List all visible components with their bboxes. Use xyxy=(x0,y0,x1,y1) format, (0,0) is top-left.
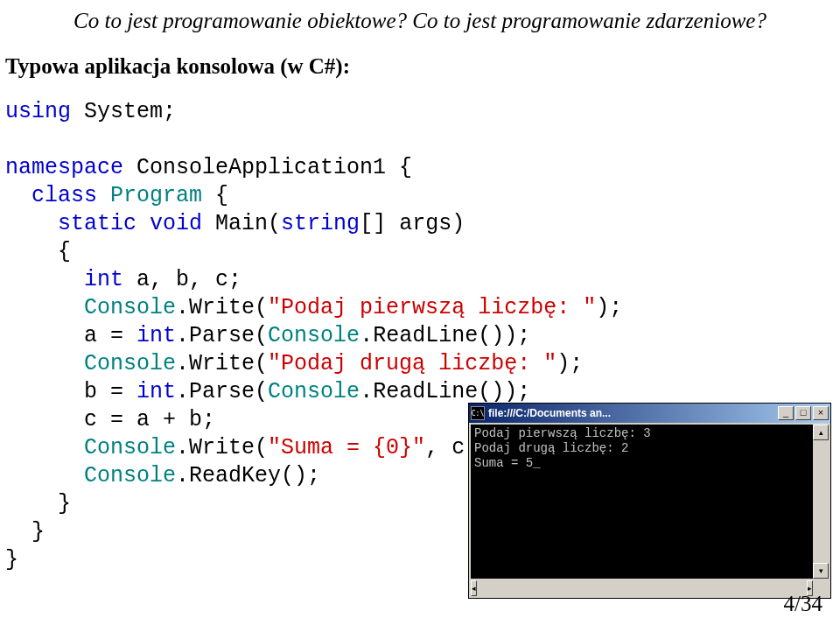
ns-name: ConsoleApplication1 xyxy=(136,155,386,180)
method: ReadKey xyxy=(189,463,281,488)
identifier: System xyxy=(84,99,163,124)
close-button[interactable]: × xyxy=(813,406,829,420)
console-class: Console xyxy=(268,323,360,348)
vars: a, b, c xyxy=(136,267,228,292)
method: ReadLine xyxy=(373,379,478,404)
console-class: Console xyxy=(84,463,176,488)
method: Write xyxy=(189,351,255,376)
console-class: Console xyxy=(268,379,360,404)
scroll-left-icon[interactable]: ◂ xyxy=(471,580,477,596)
fn-name: Main xyxy=(215,211,268,236)
method: Parse xyxy=(189,379,255,404)
method: ReadLine xyxy=(373,323,478,348)
method: Write xyxy=(189,435,255,460)
console-class: Console xyxy=(84,435,176,460)
kw-static: static xyxy=(58,211,136,236)
kw-using: using xyxy=(5,99,71,124)
page-title: Co to jest programowanie obiektowe? Co t… xyxy=(0,0,840,54)
kw-void: void xyxy=(150,211,202,236)
console-class: Console xyxy=(84,351,176,376)
vertical-scrollbar[interactable]: ▴ ▾ xyxy=(813,425,829,579)
maximize-button[interactable]: □ xyxy=(795,406,811,420)
string-lit: "Suma = {0}" xyxy=(268,435,425,460)
console-window: C:\ file:///C:/Documents an... _ □ × Pod… xyxy=(468,403,831,599)
method: Write xyxy=(189,295,255,320)
class-name: Program xyxy=(110,183,202,208)
string-lit: "Podaj pierwszą liczbę: " xyxy=(268,295,596,320)
kw-class: class xyxy=(32,183,97,208)
kw-int: int xyxy=(84,267,123,292)
app-icon: C:\ xyxy=(471,406,485,420)
section-heading: Typowa aplikacja konsolowa (w C#): xyxy=(0,54,840,98)
kw-namespace: namespace xyxy=(5,155,123,180)
scroll-track[interactable] xyxy=(477,580,807,596)
title-bar[interactable]: C:\ file:///C:/Documents an... _ □ × xyxy=(469,404,830,423)
kw-int: int xyxy=(136,323,176,348)
console-class: Console xyxy=(84,295,176,320)
scroll-up-icon[interactable]: ▴ xyxy=(813,425,829,440)
horizontal-scrollbar[interactable]: ◂ ▸ xyxy=(471,580,829,596)
string-lit: "Podaj drugą liczbę: " xyxy=(268,351,556,376)
console-output: Podaj pierwszą liczbę: 3 Podaj drugą lic… xyxy=(471,425,813,579)
kw-string: string xyxy=(281,211,360,236)
scroll-track[interactable] xyxy=(813,440,829,563)
method: Parse xyxy=(189,323,255,348)
param: args xyxy=(399,211,452,236)
scroll-down-icon[interactable]: ▾ xyxy=(813,563,829,579)
minimize-button[interactable]: _ xyxy=(778,406,794,420)
window-title: file:///C:/Documents an... xyxy=(488,407,778,419)
page-number: 4/34 xyxy=(784,592,822,616)
kw-int: int xyxy=(136,379,176,404)
